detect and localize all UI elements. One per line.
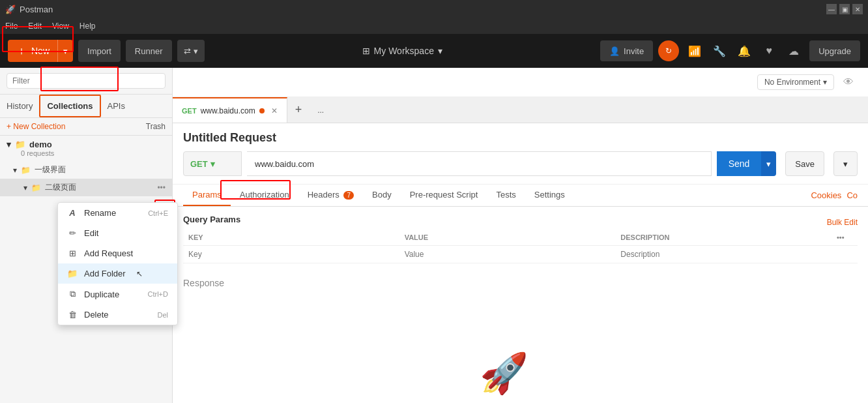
rocket-illustration: 🚀	[480, 350, 528, 396]
cloud-icon-button[interactable]: ☁	[785, 42, 803, 60]
collapse-icon: ▾	[7, 140, 11, 149]
menu-add-folder[interactable]: 📁 Add Folder ↖	[58, 263, 177, 284]
import-button[interactable]: Import	[78, 40, 121, 62]
request-title: Untitled Request	[183, 131, 858, 145]
minimize-button[interactable]: —	[826, 4, 837, 14]
desc-input[interactable]	[620, 250, 826, 259]
env-arrow: ▾	[823, 78, 827, 87]
upgrade-button[interactable]: Upgrade	[809, 40, 860, 61]
env-eye-button[interactable]: 👁	[839, 73, 858, 91]
invite-button[interactable]: 👤 Invite	[600, 40, 653, 61]
send-arrow-button[interactable]: ▾	[761, 151, 776, 176]
extension-icon-button[interactable]: 🔧	[710, 42, 729, 60]
toolbar-center: ⊞ My Workspace ▾	[210, 46, 596, 56]
close-button[interactable]: ✕	[852, 4, 863, 14]
delete-icon: 🗑	[67, 310, 78, 320]
folder-more-btn[interactable]: •••	[157, 183, 166, 192]
add-request-label: Add Request	[84, 248, 133, 258]
save-button[interactable]: Save	[785, 151, 824, 176]
duplicate-label: Duplicate	[84, 290, 119, 299]
tab-add-button[interactable]: +	[287, 103, 310, 117]
menu-edit[interactable]: Edit	[28, 22, 42, 31]
runner-button[interactable]: Runner	[126, 40, 172, 62]
tab-apis[interactable]: APIs	[101, 96, 132, 116]
col-key: KEY	[183, 230, 399, 246]
rename-label: Rename	[84, 208, 116, 218]
maximize-button[interactable]: ▣	[839, 4, 850, 14]
req-tab-prerequest[interactable]: Pre-request Script	[401, 185, 487, 206]
new-collection-button[interactable]: + New Collection	[7, 122, 65, 131]
heart-icon-button[interactable]: ♥	[760, 42, 778, 60]
save-more-button[interactable]: ▾	[833, 151, 858, 176]
req-tab-tests[interactable]: Tests	[487, 185, 525, 206]
bulk-edit-button[interactable]: Bulk Edit	[827, 218, 858, 227]
tab-collections[interactable]: Collections	[39, 95, 100, 117]
menu-edit[interactable]: ✏ Edit	[58, 223, 177, 243]
params-section: Query Params Bulk Edit KEY VALUE DESCRIP…	[173, 207, 868, 271]
req-tab-headers[interactable]: Headers 7	[298, 185, 363, 206]
edit-icon: ✏	[67, 228, 78, 238]
new-button-arrow[interactable]: ▾	[58, 40, 73, 62]
workspace-arrow: ▾	[438, 46, 442, 56]
menu-help[interactable]: Help	[80, 22, 96, 31]
menu-duplicate[interactable]: ⧉ Duplicate Ctrl+D	[58, 284, 177, 305]
menu-delete[interactable]: 🗑 Delete Del	[58, 305, 177, 325]
titlebar: 🚀 Postman — ▣ ✕	[0, 0, 868, 18]
new-button[interactable]: ＋ New ▾	[8, 40, 73, 62]
method-value: GET	[190, 159, 208, 169]
signal-icon-button[interactable]: 📶	[686, 42, 704, 60]
req-tab-params[interactable]: Params	[183, 185, 231, 206]
import-icon-arrow: ▾	[194, 46, 198, 56]
user-plus-icon: 👤	[609, 46, 620, 56]
edit-label: Edit	[84, 228, 98, 238]
folder-name-1: 一级界面	[35, 164, 66, 175]
duplicate-icon: ⧉	[67, 289, 78, 299]
url-input[interactable]	[247, 151, 712, 176]
tab-history[interactable]: History	[0, 96, 39, 116]
value-input[interactable]	[405, 250, 611, 259]
search-input[interactable]	[7, 73, 166, 89]
tab-bar: GET www.baidu.com ✕ + ...	[173, 97, 868, 123]
req-tab-settings[interactable]: Settings	[525, 185, 574, 206]
plus-icon: ＋	[16, 43, 27, 59]
invite-label: Invite	[624, 46, 644, 56]
cookies-link[interactable]: Cookies	[811, 190, 841, 200]
key-input[interactable]	[188, 250, 394, 259]
menu-view[interactable]: View	[52, 22, 69, 31]
new-button-label: New	[31, 46, 50, 56]
delete-shortcut: Del	[157, 311, 168, 319]
params-table: KEY VALUE DESCRIPTION •••	[183, 230, 858, 263]
tab-close-button[interactable]: ✕	[271, 106, 278, 115]
menu-add-request[interactable]: ⊞ Add Request	[58, 243, 177, 263]
collection-header: ▾ 📁 demo	[7, 140, 166, 149]
environment-select[interactable]: No Environment ▾	[757, 74, 834, 90]
collapse-icon-1: ▾	[13, 166, 17, 175]
tab-method: GET	[182, 107, 197, 115]
bell-icon-button[interactable]: 🔔	[735, 42, 753, 60]
folder-item-2[interactable]: ▾ 📁 二级页面 •••	[0, 179, 172, 196]
send-button-group: Send ▾	[717, 151, 777, 176]
trash-button[interactable]: Trash	[146, 122, 166, 131]
duplicate-shortcut: Ctrl+D	[148, 290, 168, 298]
sync-button[interactable]: ↻	[658, 40, 679, 61]
folder-icon-2: 📁	[31, 183, 41, 192]
request-tab[interactable]: GET www.baidu.com ✕	[173, 97, 287, 123]
workspace-button[interactable]: ⊞ My Workspace ▾	[362, 46, 442, 56]
tab-more-button[interactable]: ...	[310, 106, 332, 115]
method-select[interactable]: GET ▾	[183, 151, 242, 176]
workspace-label: My Workspace	[374, 46, 434, 56]
expand-icon-2: ▾	[23, 183, 27, 192]
req-tab-authorization[interactable]: Authorization	[231, 185, 298, 206]
req-tab-body[interactable]: Body	[363, 185, 401, 206]
collection-demo[interactable]: ▾ 📁 demo 0 requests	[0, 136, 172, 161]
folder-item-1[interactable]: ▾ 📁 一级界面	[0, 161, 172, 179]
rename-icon: A	[67, 208, 78, 218]
menu-file[interactable]: File	[5, 22, 18, 31]
menu-rename[interactable]: A Rename Ctrl+E	[58, 203, 177, 223]
new-button-main[interactable]: ＋ New	[8, 40, 58, 62]
co-link[interactable]: Co	[846, 190, 858, 200]
folder-name-2: 二级页面	[45, 182, 76, 193]
import-icon-button[interactable]: ⇄ ▾	[177, 40, 205, 62]
send-button[interactable]: Send	[717, 151, 762, 176]
collection-sub: 0 requests	[7, 149, 166, 157]
